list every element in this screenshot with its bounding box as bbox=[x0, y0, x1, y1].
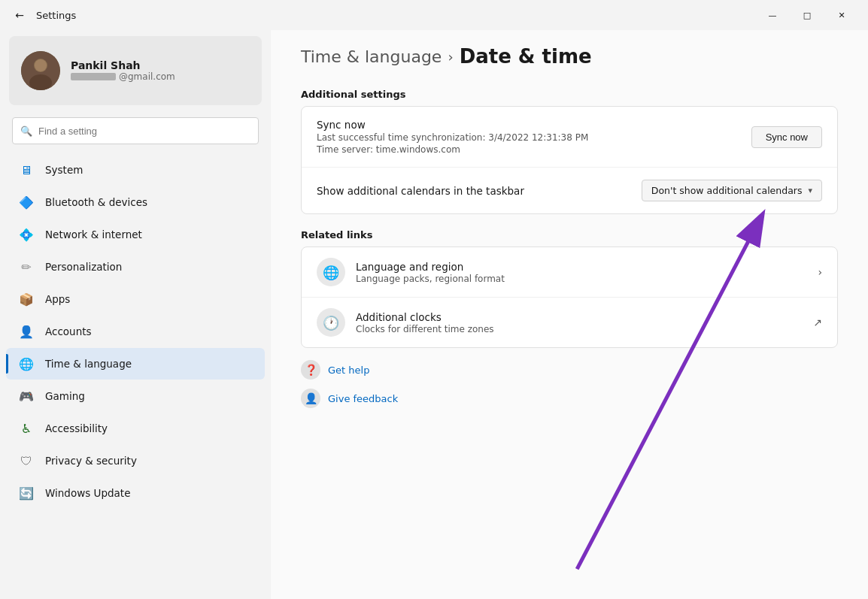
sync-now-action: Sync now bbox=[751, 126, 822, 148]
sidebar-item-label-bluetooth: Bluetooth & devices bbox=[45, 196, 147, 208]
help-link-1[interactable]: 👤 Give feedback bbox=[301, 386, 838, 411]
sync-now-button[interactable]: Sync now bbox=[751, 126, 822, 148]
sidebar-nav: 🖥 System 🔷 Bluetooth & devices 💠 Network… bbox=[0, 153, 271, 510]
sync-now-subtitle1: Last successful time synchronization: 3/… bbox=[317, 132, 739, 143]
sidebar-item-label-network: Network & internet bbox=[45, 228, 142, 241]
show-calendars-row: Show additional calendars in the taskbar… bbox=[302, 168, 837, 213]
link-icon-0: 🌐 bbox=[317, 258, 345, 286]
related-link-0[interactable]: 🌐 Language and region Language packs, re… bbox=[302, 247, 837, 298]
link-title-1: Additional clocks bbox=[356, 311, 803, 323]
calendars-dropdown-value: Don't show additional calendars bbox=[651, 185, 803, 196]
maximize-button[interactable]: □ bbox=[790, 3, 824, 27]
apps-icon: 📦 bbox=[18, 291, 35, 307]
sidebar-item-accounts[interactable]: 👤 Accounts bbox=[6, 316, 265, 347]
link-subtitle-1: Clocks for different time zones bbox=[356, 324, 803, 334]
help-link-0[interactable]: ❓ Get help bbox=[301, 357, 838, 383]
help-link-label-0: Get help bbox=[328, 365, 369, 376]
svg-point-2 bbox=[29, 74, 52, 90]
avatar-image bbox=[21, 51, 60, 90]
breadcrumb-separator: › bbox=[448, 49, 453, 65]
link-title-0: Language and region bbox=[356, 261, 807, 273]
search-input[interactable] bbox=[38, 126, 250, 137]
sidebar-item-label-accessibility: Accessibility bbox=[45, 422, 108, 434]
close-button[interactable]: ✕ bbox=[824, 3, 859, 27]
link-content-1: Additional clocks Clocks for different t… bbox=[356, 311, 803, 334]
sidebar-item-label-accounts: Accounts bbox=[45, 325, 92, 337]
personalization-icon: ✏ bbox=[18, 259, 35, 275]
user-name: Pankil Shah bbox=[71, 59, 175, 71]
accounts-icon: 👤 bbox=[18, 323, 35, 340]
gaming-icon: 🎮 bbox=[18, 388, 35, 404]
system-icon: 🖥 bbox=[18, 162, 35, 178]
time-icon: 🌐 bbox=[18, 355, 35, 372]
help-links: ❓ Get help 👤 Give feedback bbox=[301, 357, 838, 411]
sidebar-item-personalization[interactable]: ✏ Personalization bbox=[6, 251, 265, 283]
page-title: Date & time bbox=[460, 45, 592, 68]
accessibility-icon: ♿ bbox=[18, 420, 35, 437]
sidebar-item-apps[interactable]: 📦 Apps bbox=[6, 283, 265, 315]
sidebar-item-gaming[interactable]: 🎮 Gaming bbox=[6, 380, 265, 412]
show-calendars-action: Don't show additional calendars ▾ bbox=[642, 180, 822, 201]
network-icon: 💠 bbox=[18, 226, 35, 243]
sidebar: Pankil Shah @gmail.com 🔍 🖥 System 🔷 Blue… bbox=[0, 30, 271, 599]
sidebar-item-label-time: Time & language bbox=[45, 358, 132, 370]
sidebar-item-accessibility[interactable]: ♿ Accessibility bbox=[6, 413, 265, 444]
sync-now-content: Sync now Last successful time synchroniz… bbox=[317, 119, 739, 155]
svg-point-3 bbox=[35, 59, 47, 71]
breadcrumb: Time & language › Date & time bbox=[301, 45, 838, 68]
minimize-button[interactable]: — bbox=[755, 3, 790, 27]
sidebar-item-system[interactable]: 🖥 System bbox=[6, 154, 265, 186]
content-area: Time & language › Date & time Additional… bbox=[271, 30, 868, 599]
sidebar-item-privacy[interactable]: 🛡 Privacy & security bbox=[6, 445, 265, 476]
show-calendars-label: Show additional calendars in the taskbar bbox=[317, 185, 630, 197]
user-profile[interactable]: Pankil Shah @gmail.com bbox=[9, 36, 262, 105]
chevron-down-icon: ▾ bbox=[808, 186, 812, 195]
bluetooth-icon: 🔷 bbox=[18, 194, 35, 210]
sidebar-item-network[interactable]: 💠 Network & internet bbox=[6, 219, 265, 250]
sidebar-item-update[interactable]: 🔄 Windows Update bbox=[6, 477, 265, 509]
link-subtitle-0: Language packs, regional format bbox=[356, 274, 807, 284]
help-link-icon-0: ❓ bbox=[301, 360, 320, 380]
user-info: Pankil Shah @gmail.com bbox=[71, 59, 175, 82]
avatar bbox=[21, 51, 60, 90]
user-email: @gmail.com bbox=[71, 71, 175, 82]
sidebar-item-label-apps: Apps bbox=[45, 293, 70, 305]
email-redacted bbox=[71, 73, 116, 80]
show-calendars-content: Show additional calendars in the taskbar bbox=[317, 185, 630, 197]
sidebar-item-label-privacy: Privacy & security bbox=[45, 455, 137, 467]
link-content-0: Language and region Language packs, regi… bbox=[356, 261, 807, 284]
link-icon-1: 🕐 bbox=[317, 308, 345, 337]
sidebar-item-time[interactable]: 🌐 Time & language bbox=[6, 348, 265, 380]
sync-now-row: Sync now Last successful time synchroniz… bbox=[302, 107, 837, 168]
sidebar-item-bluetooth[interactable]: 🔷 Bluetooth & devices bbox=[6, 186, 265, 218]
app-body: Pankil Shah @gmail.com 🔍 🖥 System 🔷 Blue… bbox=[0, 30, 868, 599]
sync-now-subtitle2: Time server: time.windows.com bbox=[317, 144, 739, 155]
titlebar: ← Settings — □ ✕ bbox=[0, 0, 868, 30]
related-links-header: Related links bbox=[301, 226, 838, 241]
related-link-1[interactable]: 🕐 Additional clocks Clocks for different… bbox=[302, 298, 837, 347]
back-button[interactable]: ← bbox=[9, 5, 30, 26]
sidebar-item-label-personalization: Personalization bbox=[45, 261, 122, 273]
app-title: Settings bbox=[36, 10, 76, 21]
sidebar-item-label-gaming: Gaming bbox=[45, 390, 85, 402]
help-link-label-1: Give feedback bbox=[328, 393, 398, 404]
update-icon: 🔄 bbox=[18, 485, 35, 501]
additional-settings-card: Sync now Last successful time synchroniz… bbox=[301, 106, 838, 214]
search-icon: 🔍 bbox=[20, 126, 32, 137]
breadcrumb-parent: Time & language bbox=[301, 47, 442, 66]
related-links-card: 🌐 Language and region Language packs, re… bbox=[301, 247, 838, 348]
sidebar-item-label-update: Windows Update bbox=[45, 487, 130, 499]
additional-settings-header: Additional settings bbox=[301, 86, 838, 100]
link-action-icon-1: ↗ bbox=[813, 316, 822, 328]
window-controls: — □ ✕ bbox=[755, 3, 859, 27]
privacy-icon: 🛡 bbox=[18, 452, 35, 469]
help-link-icon-1: 👤 bbox=[301, 389, 320, 408]
link-action-icon-0: › bbox=[818, 266, 822, 278]
calendars-dropdown[interactable]: Don't show additional calendars ▾ bbox=[642, 180, 822, 201]
search-box[interactable]: 🔍 bbox=[12, 117, 259, 144]
sidebar-item-label-system: System bbox=[45, 164, 83, 176]
search-container: 🔍 bbox=[0, 111, 271, 150]
sync-now-title: Sync now bbox=[317, 119, 739, 131]
